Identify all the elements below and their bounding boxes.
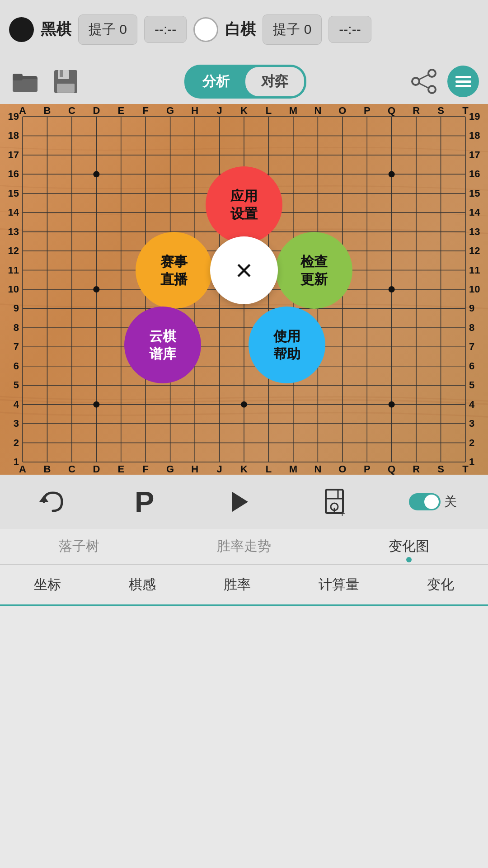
svg-text:+: +	[339, 508, 345, 517]
mode-play[interactable]: 对弈	[245, 67, 304, 96]
detail-tabs: 坐标 棋感 胜率 计算量 变化	[0, 565, 488, 606]
white-capture-box: 提子 0	[263, 14, 322, 45]
black-label: 黑棋	[41, 19, 71, 40]
close-button[interactable]: ×	[210, 236, 278, 304]
black-stone-icon	[9, 17, 34, 42]
undo-button[interactable]	[31, 481, 72, 522]
forward-button[interactable]	[220, 481, 261, 522]
svg-line-11	[419, 83, 429, 88]
help-label: 使用 帮助	[273, 327, 300, 363]
detail-tab-coords[interactable]: 坐标	[34, 576, 61, 594]
svg-point-7	[428, 70, 436, 77]
svg-rect-14	[455, 85, 471, 87]
svg-text:P: P	[135, 487, 154, 517]
pass-button[interactable]: P	[126, 481, 166, 522]
toggle-label: 关	[444, 493, 457, 510]
detail-tab-winrate[interactable]: 胜率	[224, 576, 251, 594]
svg-marker-15	[39, 495, 48, 502]
open-folder-button[interactable]	[9, 66, 41, 97]
svg-line-10	[419, 75, 429, 80]
content-area	[0, 606, 488, 787]
close-symbol: ×	[235, 251, 253, 290]
analysis-tabs: 落子树 胜率走势 变化图	[0, 529, 488, 565]
svg-rect-13	[455, 80, 471, 83]
tab-winrate-trend[interactable]: 胜率走势	[217, 533, 271, 560]
tab-variations[interactable]: 变化图	[389, 533, 429, 560]
mode-toggle[interactable]: 分析 对弈	[184, 65, 306, 99]
white-stone-icon	[193, 17, 218, 42]
mode-analysis[interactable]: 分析	[187, 67, 245, 96]
svg-point-8	[428, 86, 436, 93]
detail-tab-variation[interactable]: 变化	[427, 576, 454, 594]
toggle-row: 关	[409, 493, 457, 510]
svg-point-9	[412, 78, 419, 85]
cloud-label: 云棋 谱库	[149, 327, 176, 363]
update-label: 检查 更新	[300, 253, 328, 288]
save-button[interactable]	[50, 66, 81, 97]
tab-move-tree[interactable]: 落子树	[59, 533, 99, 560]
header: 黑棋 提子 0 --:-- 白棋 提子 0 --:--	[0, 0, 488, 59]
svg-rect-12	[455, 76, 471, 78]
svg-marker-17	[232, 492, 248, 512]
white-label: 白棋	[225, 19, 256, 40]
menu-button[interactable]	[447, 66, 479, 97]
toggle-switch[interactable]	[409, 493, 441, 510]
broadcast-label: 赛事 直播	[160, 253, 188, 288]
white-time: --:--	[328, 16, 371, 43]
black-capture-box: 提子 0	[78, 14, 137, 45]
svg-rect-1	[13, 79, 38, 92]
settings-button[interactable]: 应用 设置	[206, 166, 282, 243]
share-button[interactable]	[409, 67, 438, 96]
update-button[interactable]: 检查 更新	[276, 232, 352, 309]
detail-tab-intuition[interactable]: 棋感	[129, 576, 156, 594]
broadcast-button[interactable]: 赛事 直播	[136, 232, 212, 309]
svg-rect-4	[58, 70, 69, 79]
toolbar: 分析 对弈	[0, 59, 488, 104]
help-button[interactable]: 使用 帮助	[249, 307, 325, 383]
bottom-controls: P + 关	[0, 475, 488, 529]
detail-tab-compute[interactable]: 计算量	[319, 576, 359, 594]
svg-rect-6	[57, 84, 75, 93]
svg-rect-5	[60, 70, 63, 77]
settings-label: 应用 设置	[230, 187, 258, 222]
svg-rect-2	[13, 74, 23, 80]
board-container[interactable]: 应用 设置 赛事 直播 检查 更新 云棋 谱库 使用 帮助 ×	[0, 104, 488, 475]
bookmark-button[interactable]: +	[314, 481, 355, 522]
cloud-button[interactable]: 云棋 谱库	[124, 307, 201, 383]
black-time: --:--	[144, 16, 187, 43]
